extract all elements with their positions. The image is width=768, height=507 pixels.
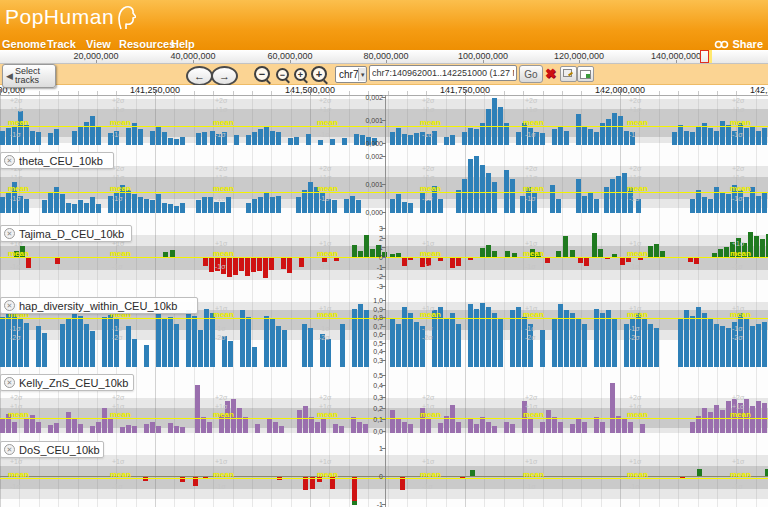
data-bar: [202, 197, 207, 213]
gridline-minor: [678, 95, 679, 507]
data-bar: [762, 322, 767, 367]
mean-label: mean: [317, 118, 338, 127]
mean-label: mean: [213, 184, 234, 193]
gridline-minor: [756, 95, 757, 507]
viewport-location-box[interactable]: [700, 50, 709, 63]
menu-item-track[interactable]: Track: [47, 38, 76, 50]
data-bar: [66, 412, 71, 433]
track-label-hap_diversity_within_CEU_10kb[interactable]: ✕hap_diversity_within_CEU_10kb: [0, 297, 198, 314]
mean-label: mean: [420, 310, 441, 319]
tracks-area[interactable]: mean+2σ+1σ-1σmean+2σ+1σ-1σmean+2σ+1σ-1σm…: [0, 95, 768, 507]
region-ruler[interactable]: 141,000,000141,250,000141,500,000141,750…: [0, 85, 768, 96]
data-bar: [214, 202, 219, 213]
data-bar: [78, 200, 83, 213]
sigma-label: +2σ: [525, 97, 537, 104]
axis-tick: [382, 257, 386, 258]
data-bar: [708, 412, 713, 433]
track-close-icon[interactable]: ✕: [4, 444, 15, 455]
data-bar: [697, 469, 702, 476]
screenshot-button[interactable]: [577, 66, 594, 82]
sigma-label: -1σ: [629, 195, 640, 202]
sigma-label: -1σ: [525, 263, 536, 270]
data-bar: [207, 422, 212, 433]
data-bar: [54, 423, 59, 433]
zoom-in-large-button[interactable]: +: [311, 66, 327, 82]
ruler-tick: [329, 91, 330, 95]
gridline-minor: [213, 95, 214, 507]
data-bar: [540, 330, 545, 367]
zoom-out-large-button[interactable]: −: [254, 66, 270, 82]
gridline-minor: [233, 95, 234, 507]
track-label-text: theta_CEU_10kb: [19, 155, 103, 167]
sigma-label: -1σ: [10, 263, 21, 270]
data-bar: [582, 324, 587, 367]
chevron-down-icon: ▼: [358, 68, 366, 81]
track-label-theta_CEU_10kb[interactable]: ✕theta_CEU_10kb: [0, 152, 114, 169]
track-label-text: Kelly_ZnS_CEU_10kb: [19, 377, 128, 389]
go-button[interactable]: Go: [519, 65, 543, 83]
share-button[interactable]: Share: [714, 38, 763, 50]
data-bar: [486, 307, 491, 367]
location-input[interactable]: [369, 65, 517, 81]
data-bar: [654, 328, 659, 367]
pan-right-button[interactable]: →: [211, 66, 238, 86]
zoom-in-small-button[interactable]: +: [294, 68, 307, 81]
data-bar: [48, 193, 53, 213]
chromosome-overview-ruler[interactable]: 20,000,00040,000,00060,000,00080,000,000…: [0, 50, 768, 64]
ruler-tick: [213, 91, 214, 95]
zoom-out-small-button[interactable]: −: [276, 68, 289, 81]
axis-tick: [382, 247, 386, 248]
data-bar: [450, 257, 455, 268]
gridline-minor: [349, 95, 350, 507]
sigma-label: +1σ: [525, 403, 537, 410]
axis-tick: [382, 351, 386, 352]
data-bar: [438, 199, 443, 213]
data-bar: [760, 239, 765, 257]
data-bar: [438, 423, 443, 433]
data-bar: [270, 131, 275, 145]
data-bar: [245, 257, 250, 276]
pan-left-button[interactable]: ←: [186, 66, 213, 86]
clear-highlight-icon[interactable]: ✖: [545, 66, 556, 81]
data-bar: [390, 410, 395, 433]
data-bar: [78, 316, 83, 367]
track-close-icon[interactable]: ✕: [4, 300, 15, 311]
data-bar: [144, 345, 149, 367]
ruler-tick: [271, 91, 272, 95]
track-close-icon[interactable]: ✕: [4, 155, 15, 166]
data-bar: [66, 319, 71, 367]
data-bar: [588, 129, 593, 145]
ruler-tick: [136, 91, 137, 95]
menu-item-genome[interactable]: Genome: [2, 38, 46, 50]
track-close-icon[interactable]: ✕: [4, 228, 15, 239]
highlight-region-button[interactable]: [560, 66, 577, 82]
data-bar: [720, 326, 725, 367]
track-label-Kelly_ZnS_CEU_10kb[interactable]: ✕Kelly_ZnS_CEU_10kb: [0, 374, 134, 391]
sigma-label: +2σ: [422, 97, 434, 104]
menu-item-help[interactable]: Help: [171, 38, 195, 50]
sigma-label: +1σ: [112, 174, 124, 181]
sigma-label: +1σ: [629, 403, 641, 410]
track-close-icon[interactable]: ✕: [4, 377, 15, 388]
ruler-tick: [639, 91, 640, 95]
data-bar: [234, 135, 239, 145]
menu-item-view[interactable]: View: [86, 38, 111, 50]
data-bar: [302, 324, 307, 367]
data-bar: [744, 319, 749, 367]
data-bar: [60, 324, 65, 367]
sigma-label: +2σ: [422, 165, 434, 172]
select-tracks-button[interactable]: ◀ Select tracks: [2, 64, 56, 88]
data-bar: [132, 426, 137, 433]
data-bar: [744, 128, 749, 145]
data-bar: [297, 410, 302, 433]
menu-item-resources[interactable]: Resources: [119, 38, 175, 50]
chromosome-select[interactable]: chr7 ▼: [335, 66, 367, 83]
track-label-Tajima_D_CEU_10kb[interactable]: ✕Tajima_D_CEU_10kb: [0, 225, 132, 242]
data-bar: [208, 197, 213, 213]
data-bar: [456, 190, 461, 213]
data-bar: [227, 257, 232, 277]
data-bar: [762, 128, 767, 145]
mean-label: mean: [110, 249, 131, 258]
ruler-tick: [717, 91, 718, 95]
track-label-DoS_CEU_10kb[interactable]: ✕DoS_CEU_10kb: [0, 441, 104, 458]
